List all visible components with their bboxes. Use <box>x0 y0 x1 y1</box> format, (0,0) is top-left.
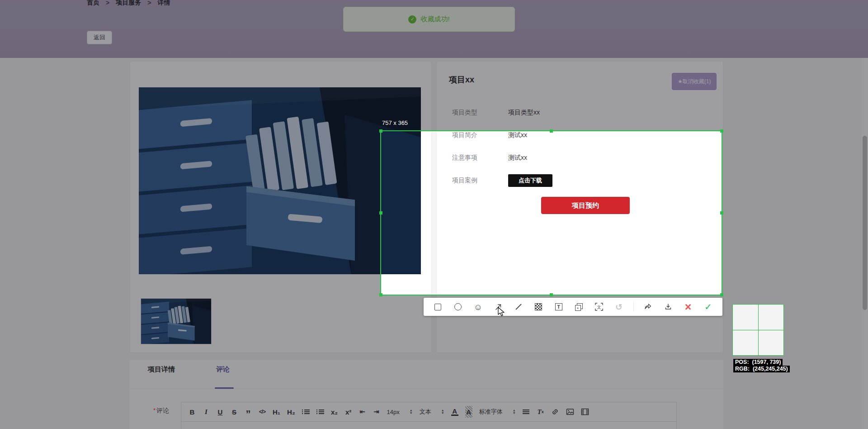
underline-button[interactable]: U <box>217 406 224 418</box>
share-icon[interactable] <box>642 301 654 313</box>
font-size-value: 14px <box>387 409 400 415</box>
undo-icon: ↺ <box>613 301 625 313</box>
bullet-list-button[interactable] <box>316 406 324 418</box>
detail-tabs-section: 项目详情 评论 *评论 B I U S ” </> H₁ H₂ x₂ x² ⇤ … <box>130 360 723 429</box>
tab-project-detail[interactable]: 项目详情 <box>148 365 175 374</box>
check-circle-icon: ✓ <box>408 15 416 24</box>
selection-handle[interactable] <box>379 293 382 296</box>
breadcrumb-detail: 详情 <box>157 0 170 7</box>
breadcrumb-project-service[interactable]: 项目服务 <box>116 0 141 7</box>
bg-color-button[interactable]: A <box>465 406 472 418</box>
blockquote-button[interactable]: ” <box>245 406 252 418</box>
save-download-icon[interactable] <box>662 301 674 313</box>
rich-text-toolbar: B I U S ” </> H₁ H₂ x₂ x² ⇤ ⇥ 14px 文本 A … <box>181 402 677 422</box>
code-button[interactable]: </> <box>259 406 266 418</box>
comment-field-label: *评论 <box>153 407 169 415</box>
text-tool-icon[interactable]: T <box>553 301 565 313</box>
italic-button[interactable]: I <box>203 406 210 418</box>
strikethrough-button[interactable]: S <box>231 406 238 418</box>
rgb-readout: RGB: (245,245,245) <box>733 366 790 372</box>
required-mark: * <box>153 407 156 414</box>
heading1-button[interactable]: H₁ <box>273 406 280 418</box>
selection-handle[interactable] <box>550 129 553 133</box>
selection-handle[interactable] <box>720 129 723 133</box>
bold-button[interactable]: B <box>189 406 196 418</box>
tab-comments[interactable]: 评论 <box>216 365 230 374</box>
ellipse-tool-icon[interactable] <box>452 301 464 313</box>
selection-handle[interactable] <box>550 293 553 296</box>
alignment-button[interactable] <box>523 406 530 418</box>
crosshair-horizontal <box>733 330 783 330</box>
toast-message: 收藏成功! <box>420 15 449 24</box>
heading2-button[interactable]: H₂ <box>287 406 295 418</box>
magnifier-readout: POS: (1597, 739) RGB: (245,245,245) <box>733 359 790 372</box>
pen-tool-icon[interactable] <box>513 301 524 313</box>
font-color-button[interactable]: A <box>451 408 458 416</box>
rectangle-tool-icon[interactable] <box>432 301 444 313</box>
back-button[interactable]: 返回 <box>87 31 112 44</box>
mouse-cursor-icon <box>497 307 506 319</box>
mosaic-tool-icon[interactable] <box>533 301 544 313</box>
indent-button[interactable]: ⇥ <box>373 406 380 418</box>
link-icon[interactable] <box>551 406 559 418</box>
superscript-button[interactable]: x² <box>345 406 352 418</box>
selection-handle[interactable] <box>379 211 382 214</box>
font-size-select[interactable]: 14px <box>387 406 413 418</box>
format-select[interactable]: 文本 <box>420 406 444 418</box>
page-root: 首页 > 项目服务 > 详情 返回 ✓ 收藏成功! 项目xx ★取消收藏(1) … <box>0 0 868 429</box>
breadcrumb-separator: > <box>106 0 109 6</box>
clear-format-button[interactable]: Tx <box>537 406 544 418</box>
breadcrumb-separator: > <box>147 0 151 6</box>
selection-handle[interactable] <box>720 211 723 214</box>
selection-size-label: 757 x 365 <box>382 119 408 126</box>
confirm-snip-icon[interactable]: ✓ <box>703 301 714 313</box>
project-thumbnail[interactable] <box>141 298 212 344</box>
emoji-tool-icon[interactable]: ☺ <box>472 301 484 313</box>
svg-text:文: 文 <box>597 305 601 310</box>
scrollbar-thumb[interactable] <box>863 136 867 310</box>
cancel-snip-icon[interactable]: × <box>682 301 694 313</box>
info-label: 项目类型 <box>452 109 508 117</box>
subscript-button[interactable]: x₂ <box>331 406 338 418</box>
pos-readout: POS: (1597, 739) <box>733 359 783 366</box>
ordered-list-button[interactable] <box>302 406 310 418</box>
comment-editor-area[interactable] <box>181 422 677 429</box>
font-family-value: 标准字体 <box>479 408 503 416</box>
info-value: 项目类型xx <box>508 109 540 117</box>
caret-updown-icon <box>441 409 444 415</box>
font-family-select[interactable]: 标准字体 <box>479 406 516 418</box>
insert-video-icon[interactable] <box>581 406 589 418</box>
ocr-tool-icon[interactable]: 文 <box>593 301 605 313</box>
active-tab-underline <box>215 387 234 389</box>
toolbar-divider <box>633 302 634 311</box>
breadcrumb-home[interactable]: 首页 <box>87 0 99 7</box>
project-main-photo <box>139 87 421 274</box>
color-picker-magnifier <box>732 304 784 356</box>
unfavorite-button[interactable]: ★取消收藏(1) <box>672 73 717 90</box>
breadcrumb: 首页 > 项目服务 > 详情 <box>87 0 170 7</box>
insert-image-icon[interactable] <box>566 406 574 418</box>
success-toast: ✓ 收藏成功! <box>343 7 515 32</box>
selection-handle[interactable] <box>379 129 382 133</box>
caret-updown-icon <box>513 409 516 415</box>
selection-handle[interactable] <box>720 293 723 296</box>
snip-toolbar: ☺ T 文 ↺ × ✓ <box>424 298 722 316</box>
snip-selection-region[interactable]: 757 x 365 <box>380 130 722 296</box>
outdent-button[interactable]: ⇤ <box>359 406 366 418</box>
info-row-type: 项目类型 项目类型xx <box>452 101 552 124</box>
format-value: 文本 <box>420 408 431 416</box>
sticker-tool-icon[interactable] <box>573 301 585 313</box>
caret-updown-icon <box>410 409 413 415</box>
project-title: 项目xx <box>449 74 474 85</box>
